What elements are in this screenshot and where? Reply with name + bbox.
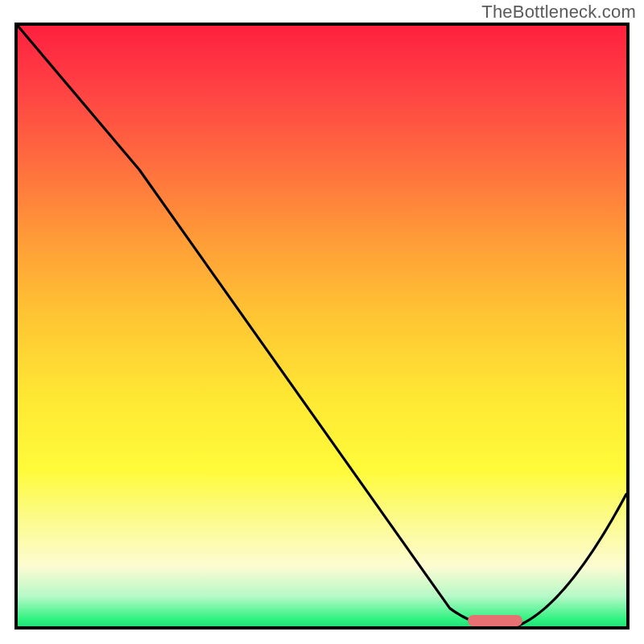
watermark-text: TheBottleneck.com — [481, 2, 636, 23]
bottleneck-curve — [18, 26, 626, 626]
plot-frame — [14, 23, 630, 630]
optimal-range-marker — [468, 615, 522, 626]
chart-container: TheBottleneck.com — [0, 0, 644, 644]
